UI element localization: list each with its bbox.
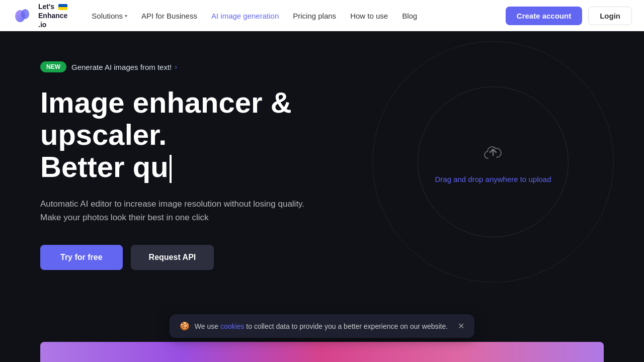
bottom-gradient-strip (40, 342, 604, 362)
text-cursor (170, 155, 172, 183)
cookie-emoji-icon: 🍪 (180, 321, 190, 331)
nav-right: Create account Login (506, 7, 632, 25)
cookie-text: We use cookies to collect data to provid… (195, 322, 448, 330)
nav-ai-generation[interactable]: AI image generation (211, 12, 279, 20)
cookies-link[interactable]: cookies (220, 322, 244, 330)
cookie-banner: 🍪 We use cookies to collect data to prov… (170, 314, 474, 338)
svg-point-1 (21, 9, 29, 19)
login-button[interactable]: Login (588, 7, 632, 25)
badge-text[interactable]: Generate AI images from text! › (71, 63, 177, 71)
nav-pricing[interactable]: Pricing plans (293, 12, 336, 20)
hero-subtitle: Automatic AI editor to increase image re… (40, 197, 352, 224)
chevron-down-icon: ▾ (125, 13, 127, 19)
upload-drop-zone[interactable]: Drag and drop anywhere to upload (418, 86, 569, 237)
hero-headline: Image enhancer & upscaler. Better qu (40, 86, 423, 183)
nav-links: Solutions ▾ API for Business AI image ge… (92, 12, 489, 20)
new-badge: NEW (40, 61, 66, 72)
ukraine-flag-icon (58, 4, 67, 10)
logo[interactable]: Let's Enhance .io (12, 2, 67, 30)
upload-cloud-icon (481, 140, 505, 169)
arrow-right-icon: › (175, 63, 177, 71)
cookie-close-button[interactable]: ✕ (458, 321, 464, 331)
hero-section: Drag and drop anywhere to upload NEW Gen… (0, 31, 644, 362)
nav-blog[interactable]: Blog (402, 12, 417, 20)
try-free-button[interactable]: Try for free (40, 245, 123, 270)
nav-api-business[interactable]: API for Business (141, 12, 197, 20)
create-account-button[interactable]: Create account (506, 7, 582, 25)
nav-solutions[interactable]: Solutions ▾ (92, 12, 127, 20)
drag-drop-text: Drag and drop anywhere to upload (435, 175, 551, 184)
request-api-button[interactable]: Request API (131, 245, 214, 270)
logo-icon (12, 5, 33, 26)
upload-link[interactable]: to upload (520, 175, 551, 184)
nav-how-to-use[interactable]: How to use (350, 12, 388, 20)
navbar: Let's Enhance .io Solutions ▾ API for Bu… (0, 0, 644, 31)
